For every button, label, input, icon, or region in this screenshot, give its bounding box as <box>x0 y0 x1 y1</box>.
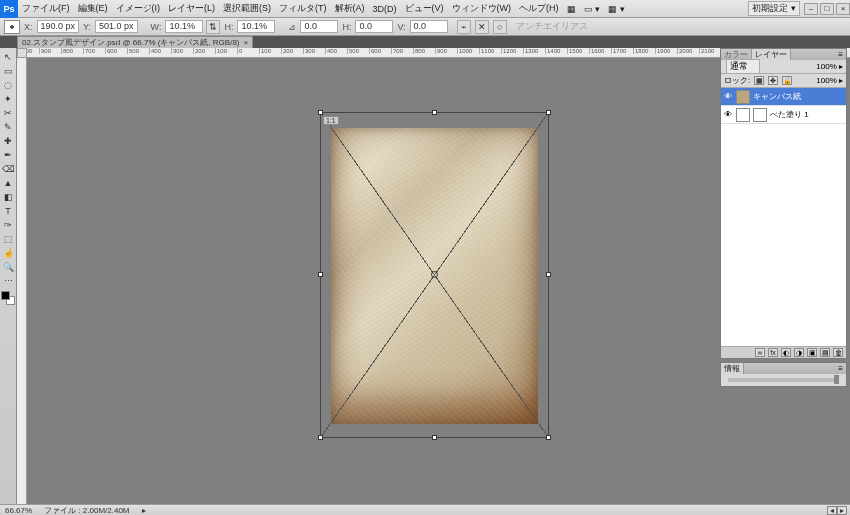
menu-file[interactable]: ファイル(F) <box>18 2 74 15</box>
cancel-transform-icon[interactable]: ✕ <box>475 20 489 34</box>
layers-list: 👁 キャンバス紙 👁 べた塗り 1 <box>721 88 846 346</box>
menu-image[interactable]: イメージ(I) <box>112 2 165 15</box>
minimize-button[interactable]: – <box>804 3 818 15</box>
tool-16[interactable]: ⋯ <box>1 274 15 287</box>
menu-3d[interactable]: 3D(D) <box>369 4 401 14</box>
tool-11[interactable]: T <box>1 204 15 217</box>
commit-transform-icon[interactable]: ○ <box>493 20 507 34</box>
tool-5[interactable]: ✎ <box>1 120 15 133</box>
layer-mask-thumbnail[interactable] <box>753 108 767 122</box>
menu-window[interactable]: ウィンドウ(W) <box>448 2 516 15</box>
lock-pixels-icon[interactable]: ▦ <box>754 76 764 85</box>
menu-layer[interactable]: レイヤー(L) <box>164 2 219 15</box>
close-button[interactable]: × <box>836 3 850 15</box>
transform-bounding-box[interactable] <box>320 112 549 438</box>
panel-menu-icon[interactable]: ≡ <box>835 364 846 373</box>
tool-0[interactable]: ↖ <box>1 50 15 63</box>
menu-help[interactable]: ヘルプ(H) <box>515 2 563 15</box>
layer-row[interactable]: 👁 べた塗り 1 <box>721 106 846 124</box>
lock-all-icon[interactable]: 🔒 <box>782 76 792 85</box>
workspace-label: 初期設定 <box>752 3 788 13</box>
scroll-left-icon[interactable]: ◂ <box>827 506 837 515</box>
warp-mode-icon[interactable]: ⌁ <box>457 20 471 34</box>
layer-row[interactable]: 👁 キャンバス紙 <box>721 88 846 106</box>
handle-bc[interactable] <box>432 435 437 440</box>
handle-tl[interactable] <box>318 110 323 115</box>
layer-mask-icon[interactable]: ◐ <box>781 348 791 357</box>
status-menu-icon[interactable]: ▸ <box>140 506 148 515</box>
x-input[interactable]: 190.0 px <box>37 20 80 33</box>
ruler-vertical[interactable] <box>17 58 27 504</box>
visibility-icon[interactable]: 👁 <box>723 110 733 119</box>
tool-6[interactable]: ✚ <box>1 134 15 147</box>
tool-3[interactable]: ✦ <box>1 92 15 105</box>
zoom-level[interactable]: 66.67% <box>3 506 34 515</box>
tool-12[interactable]: ✑ <box>1 218 15 231</box>
tool-10[interactable]: ◧ <box>1 190 15 203</box>
tool-2[interactable]: ◌ <box>1 78 15 91</box>
menu-edit[interactable]: 編集(E) <box>74 2 112 15</box>
scroll-right-icon[interactable]: ▸ <box>837 506 847 515</box>
handle-tc[interactable] <box>432 110 437 115</box>
vskew-label: V: <box>396 22 406 32</box>
handle-br[interactable] <box>546 435 551 440</box>
visibility-icon[interactable]: 👁 <box>723 92 733 101</box>
vskew-input[interactable]: 0.0 <box>410 20 448 33</box>
new-layer-icon[interactable]: ▤ <box>820 348 830 357</box>
handle-mr[interactable] <box>546 272 551 277</box>
panel-menu-icon[interactable]: ≡ <box>835 50 846 59</box>
menu-select[interactable]: 選択範囲(S) <box>219 2 275 15</box>
transform-center[interactable] <box>431 271 438 278</box>
h-input[interactable]: 10.1% <box>237 20 275 33</box>
transform-reference-icon[interactable] <box>4 20 20 34</box>
tool-4[interactable]: ✂ <box>1 106 15 119</box>
tab-info[interactable]: 情報 <box>721 363 744 374</box>
angle-input[interactable]: 0.0 <box>300 20 338 33</box>
close-tab-icon[interactable]: × <box>244 38 249 47</box>
link-layers-icon[interactable]: ∞ <box>755 348 765 357</box>
handle-bl[interactable] <box>318 435 323 440</box>
bridge-icon[interactable]: ▦ <box>563 4 580 14</box>
maximize-button[interactable]: □ <box>820 3 834 15</box>
fill-value[interactable]: 100% ▸ <box>816 76 843 85</box>
status-bar: 66.67% ファイル : 2.00M/2.40M ▸ ◂ ▸ <box>0 504 850 515</box>
layer-thumbnail[interactable] <box>736 90 750 104</box>
tool-8[interactable]: ⌫ <box>1 162 15 175</box>
link-wh-icon[interactable]: ⇅ <box>206 20 220 34</box>
opacity-value[interactable]: 100% ▸ <box>816 62 843 71</box>
workspace-selector[interactable]: 初期設定 ▾ <box>748 1 800 16</box>
tool-13[interactable]: ⬚ <box>1 232 15 245</box>
adjustment-layer-icon[interactable]: ◑ <box>794 348 804 357</box>
w-input[interactable]: 10.1% <box>165 20 203 33</box>
delete-layer-icon[interactable]: 🗑 <box>833 348 843 357</box>
foreground-background-color[interactable] <box>1 291 15 305</box>
tool-1[interactable]: ▭ <box>1 64 15 77</box>
menu-filter[interactable]: フィルタ(T) <box>275 2 331 15</box>
tool-14[interactable]: ☝ <box>1 246 15 259</box>
options-bar: X: 190.0 px Y: 501.0 px W: 10.1% ⇅ H: 10… <box>0 18 850 36</box>
tool-15[interactable]: 🔍 <box>1 260 15 273</box>
menu-view[interactable]: ビュー(V) <box>401 2 448 15</box>
layer-thumbnail[interactable] <box>736 108 750 122</box>
panels-dock: カラー レイヤー ≡ 通常 100% ▸ ロック: ▦ ✥ 🔒 100% ▸ 👁… <box>720 48 847 390</box>
tool-9[interactable]: ▲ <box>1 176 15 189</box>
screenmode-icon[interactable]: ▦ ▾ <box>604 4 629 14</box>
handle-ml[interactable] <box>318 272 323 277</box>
info-slider[interactable] <box>728 378 839 382</box>
tool-7[interactable]: ✒ <box>1 148 15 161</box>
handle-tr[interactable] <box>546 110 551 115</box>
y-input[interactable]: 501.0 px <box>95 20 138 33</box>
layer-style-icon[interactable]: fx <box>768 348 778 357</box>
blend-mode-select[interactable]: 通常 <box>726 59 760 74</box>
document-tab[interactable]: 02.スタンプ風デザイン.psd @ 66.7% (キャンバス紙, RGB/8)… <box>17 36 253 48</box>
group-icon[interactable]: ▣ <box>807 348 817 357</box>
layers-panel: カラー レイヤー ≡ 通常 100% ▸ ロック: ▦ ✥ 🔒 100% ▸ 👁… <box>720 48 847 359</box>
document-size[interactable]: ファイル : 2.00M/2.40M <box>42 505 131 516</box>
ruler-origin[interactable] <box>17 48 27 58</box>
layer-name: キャンバス紙 <box>753 91 801 102</box>
layer-name: べた塗り 1 <box>770 109 809 120</box>
lock-position-icon[interactable]: ✥ <box>768 76 778 85</box>
viewmode-icon[interactable]: ▭ ▾ <box>580 4 605 14</box>
hskew-input[interactable]: 0.0 <box>355 20 393 33</box>
menu-analysis[interactable]: 解析(A) <box>331 2 369 15</box>
